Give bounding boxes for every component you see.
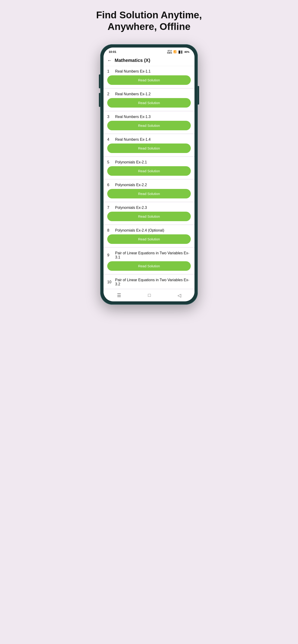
item-number: 3 (107, 115, 112, 119)
read-solution-button[interactable]: Read Solution (107, 261, 191, 271)
nav-bar: ☰ □ ◁ (104, 289, 194, 301)
list-item: 6Polynomials Ex-2.2Read Solution (104, 180, 194, 202)
list-item: 9Pair of Linear Equations in Two Variabl… (104, 248, 194, 274)
read-solution-button[interactable]: Read Solution (107, 121, 191, 130)
signal-icon: ▐▌▌ (178, 50, 183, 53)
list-item: 4Real Numbers Ex-1.4Read Solution (104, 134, 194, 156)
item-number: 8 (107, 228, 112, 232)
status-time: 10:01 (109, 50, 116, 54)
item-title: Real Numbers Ex-1.4 (115, 138, 151, 142)
app-header: ← Mathematics (X) (104, 56, 194, 66)
read-solution-button[interactable]: Read Solution (107, 144, 191, 153)
item-number: 9 (107, 253, 112, 257)
solutions-list: 1Real Numbers Ex-1.1Read Solution2Real N… (104, 66, 194, 289)
status-icons: 27.0 KB/S 📶 ▐▌▌ 40% (167, 50, 189, 54)
list-item: 7Polynomials Ex-2.3Read Solution (104, 202, 194, 225)
read-solution-button[interactable]: Read Solution (107, 98, 191, 108)
item-title: Polynomials Ex-2.3 (115, 206, 147, 210)
menu-icon[interactable]: ☰ (117, 292, 121, 298)
list-item: 2Real Numbers Ex-1.2Read Solution (104, 89, 194, 111)
item-title: Real Numbers Ex-1.2 (115, 92, 151, 96)
list-item: 10Pair of Linear Equations in Two Variab… (104, 275, 194, 288)
page-title: Find Solution Anytime, Anywhere, Offline (96, 9, 202, 33)
item-header: 7Polynomials Ex-2.3 (104, 202, 194, 212)
screen-title: Mathematics (X) (115, 58, 150, 63)
item-number: 10 (107, 280, 112, 284)
list-item: 1Real Numbers Ex-1.1Read Solution (104, 66, 194, 88)
wifi-icon: 📶 (173, 50, 177, 53)
back-nav-icon[interactable]: ◁ (178, 292, 181, 298)
phone-screen: 10:01 27.0 KB/S 📶 ▐▌▌ 40% ← Mathematics … (104, 48, 194, 301)
read-solution-button[interactable]: Read Solution (107, 212, 191, 221)
item-header: 6Polynomials Ex-2.2 (104, 180, 194, 189)
item-header: 3Real Numbers Ex-1.3 (104, 112, 194, 121)
read-solution-button[interactable]: Read Solution (107, 75, 191, 85)
item-title: Polynomials Ex-2.4 (Optional) (115, 228, 164, 232)
read-solution-button[interactable]: Read Solution (107, 189, 191, 198)
item-header: 8Polynomials Ex-2.4 (Optional) (104, 225, 194, 234)
item-number: 2 (107, 92, 112, 96)
data-speed: 27.0 KB/S (167, 50, 172, 54)
item-title: Polynomials Ex-2.1 (115, 160, 147, 164)
item-title: Polynomials Ex-2.2 (115, 183, 147, 187)
phone-frame: 10:01 27.0 KB/S 📶 ▐▌▌ 40% ← Mathematics … (100, 44, 198, 304)
item-header: 2Real Numbers Ex-1.2 (104, 89, 194, 98)
list-item: 8Polynomials Ex-2.4 (Optional)Read Solut… (104, 225, 194, 247)
battery-label: 40% (184, 50, 189, 53)
item-number: 6 (107, 183, 112, 187)
item-title: Real Numbers Ex-1.3 (115, 115, 151, 119)
list-item: 5Polynomials Ex-2.1Read Solution (104, 157, 194, 179)
item-header: 5Polynomials Ex-2.1 (104, 157, 194, 166)
item-title: Real Numbers Ex-1.1 (115, 69, 151, 74)
list-item: 3Real Numbers Ex-1.3Read Solution (104, 112, 194, 134)
item-title: Pair of Linear Equations in Two Variable… (115, 251, 191, 260)
home-icon[interactable]: □ (148, 292, 151, 298)
item-number: 1 (107, 69, 112, 74)
item-number: 4 (107, 138, 112, 142)
item-title: Pair of Linear Equations in Two Variable… (115, 278, 191, 286)
item-number: 7 (107, 206, 112, 210)
item-header: 10Pair of Linear Equations in Two Variab… (104, 275, 194, 288)
back-button[interactable]: ← (107, 58, 112, 63)
read-solution-button[interactable]: Read Solution (107, 234, 191, 244)
read-solution-button[interactable]: Read Solution (107, 166, 191, 176)
item-header: 9Pair of Linear Equations in Two Variabl… (104, 248, 194, 261)
item-header: 4Real Numbers Ex-1.4 (104, 134, 194, 144)
item-number: 5 (107, 160, 112, 164)
status-bar: 10:01 27.0 KB/S 📶 ▐▌▌ 40% (104, 48, 194, 56)
item-header: 1Real Numbers Ex-1.1 (104, 66, 194, 75)
